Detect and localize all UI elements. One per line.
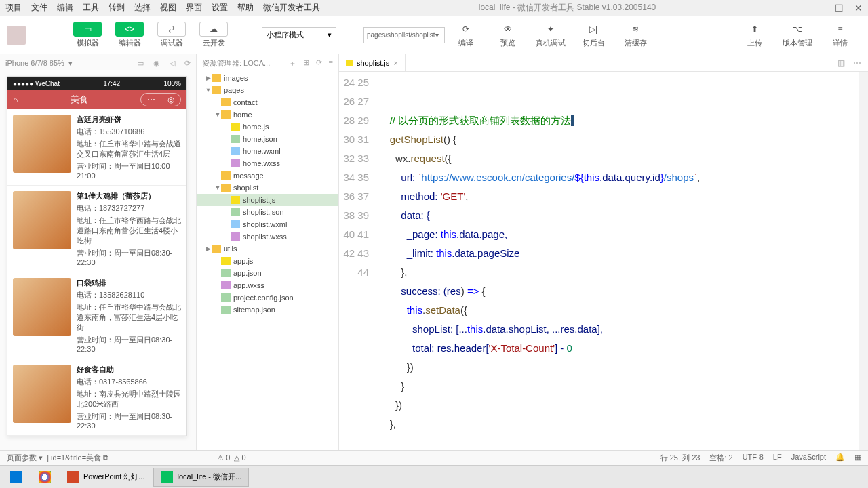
wechat-devtool-button[interactable]: local_life - 微信开... (153, 468, 249, 487)
eol-info[interactable]: LF (773, 453, 782, 463)
realdebug-button[interactable]: ✦真机调试 (529, 22, 572, 48)
version-button[interactable]: ⌥版本管理 (776, 22, 819, 48)
menu-项目[interactable]: 项目 (5, 2, 22, 14)
more-icon[interactable]: ⋯ (853, 58, 861, 68)
shop-image (13, 115, 71, 173)
device-label[interactable]: iPhone 6/7/8 85% (5, 59, 64, 67)
mode-select[interactable]: 小程序模式▾ (262, 27, 336, 43)
explorer-title: 资源管理器: LOCA... (202, 58, 270, 68)
upload-button[interactable]: ⬆上传 (734, 22, 776, 48)
error-count[interactable]: △ 0 (234, 453, 245, 462)
copy-icon[interactable]: ⧉ (103, 453, 108, 462)
tree-item-home.wxss[interactable]: home.wxss (197, 157, 338, 169)
menu-文件[interactable]: 文件 (31, 2, 47, 14)
code-editor[interactable]: 24 25 26 27 28 29 30 31 32 33 34 35 36 3… (339, 72, 868, 450)
tab-close-icon[interactable]: × (393, 59, 397, 67)
new-folder-icon[interactable]: ⊞ (303, 58, 309, 68)
notification-icon[interactable]: 🔔 (835, 453, 845, 463)
start-button[interactable] (3, 468, 30, 487)
home-icon[interactable]: ⌂ (13, 95, 18, 104)
menu-编辑[interactable]: 编辑 (57, 2, 73, 14)
avatar[interactable] (7, 26, 26, 45)
minimap[interactable] (859, 72, 868, 450)
tree-item-project.config.json[interactable]: project.config.json (197, 291, 338, 304)
line-gutter: 24 25 26 27 28 29 30 31 32 33 34 35 36 3… (339, 72, 378, 450)
compile-button[interactable]: ⟳编译 (445, 22, 487, 48)
menu-设置[interactable]: 设置 (212, 2, 228, 14)
warning-count[interactable]: ⚠ 0 (217, 453, 230, 462)
menu-选择[interactable]: 选择 (134, 2, 151, 14)
detail-button[interactable]: ≡详情 (819, 22, 861, 48)
shop-item[interactable]: 宫廷月亮虾饼电话：15530710686地址：任丘市裕华中路与会战道交叉口东南角… (7, 109, 186, 186)
new-file-icon[interactable]: ＋ (289, 58, 296, 68)
tree-item-pages[interactable]: ▼pages (197, 84, 338, 96)
language-info[interactable]: JavaScript (791, 453, 826, 463)
shop-item[interactable]: 第1佳大鸡排（蕾莎店）电话：18732727277地址：任丘市裕华西路与会战北道… (7, 186, 186, 272)
page-params-label[interactable]: 页面参数 (7, 453, 37, 463)
tree-item-shoplist.json[interactable]: shoplist.json (197, 206, 338, 218)
powerpoint-button[interactable]: PowerPoint 幻灯... (60, 468, 152, 487)
menu-工具[interactable]: 工具 (83, 2, 99, 14)
minimize-icon[interactable]: — (814, 3, 824, 14)
json-icon (221, 293, 231, 302)
split-icon[interactable]: ▥ (837, 58, 845, 68)
tree-item-shoplist.wxss[interactable]: shoplist.wxss (197, 230, 338, 243)
editor-button[interactable]: <>编辑器 (108, 22, 151, 48)
cloud-button[interactable]: ☁云开发 (193, 22, 235, 48)
mute-icon[interactable]: ◁ (170, 59, 175, 68)
shop-name: 宫廷月亮虾饼 (77, 115, 181, 125)
shop-hours: 营业时间：周一至周日08:30-22:30 (77, 248, 181, 266)
tree-item-sitemap.json[interactable]: sitemap.json (197, 304, 338, 316)
path-select[interactable]: pages/shoplist/shoplist▾ (363, 27, 445, 43)
indent-info[interactable]: 空格: 2 (709, 453, 732, 463)
layout-icon[interactable]: ▦ (854, 453, 861, 463)
chevron-down-icon: ▾ (328, 30, 332, 39)
shop-image (13, 191, 71, 249)
chrome-button[interactable] (31, 468, 58, 487)
tree-item-app.js[interactable]: app.js (197, 255, 338, 267)
tree-item-app.json[interactable]: app.json (197, 267, 338, 279)
menu-转到[interactable]: 转到 (108, 2, 125, 14)
tree-item-app.wxss[interactable]: app.wxss (197, 279, 338, 291)
tree-item-shoplist[interactable]: ▼shoplist (197, 182, 338, 194)
tab-shoplist-js[interactable]: shoplist.js × (339, 54, 406, 71)
menu-微信开发者工具[interactable]: 微信开发者工具 (263, 2, 320, 14)
menu-视图[interactable]: 视图 (160, 2, 176, 14)
phone-icon[interactable]: ▭ (137, 59, 144, 68)
close-icon[interactable]: ✕ (854, 3, 863, 14)
collapse-icon[interactable]: ≡ (329, 58, 333, 68)
tree-item-shoplist.js[interactable]: shoplist.js (197, 194, 338, 206)
js-file-icon (346, 60, 353, 66)
tree-item-shoplist.wxml[interactable]: shoplist.wxml (197, 218, 338, 230)
tree-item-home.json[interactable]: home.json (197, 133, 338, 145)
shop-address: 地址：南皮县光明中路烈士陵园北200米路西 (77, 389, 181, 409)
wxml-icon (231, 220, 240, 228)
shop-item[interactable]: 好食客自助电话：0317-8565866地址：南皮县光明中路烈士陵园北200米路… (7, 359, 186, 436)
shop-phone: 电话：0317-8565866 (77, 377, 181, 387)
rotate-icon[interactable]: ⟳ (184, 59, 191, 68)
record-icon[interactable]: ◉ (153, 59, 160, 68)
background-button[interactable]: ▷|切后台 (572, 22, 614, 48)
shop-item[interactable]: 口袋鸡排电话：13582628110地址：任丘市裕华中路与会战北道东南角，富莎汇… (7, 272, 186, 359)
debugger-button[interactable]: ⇄调试器 (151, 22, 193, 48)
encoding-info[interactable]: UTF-8 (743, 453, 764, 463)
tree-item-contact[interactable]: contact (197, 96, 338, 108)
code-content[interactable]: // 以分页的形式获取商铺列表数据的方法 getShopList() { wx.… (378, 72, 868, 450)
cursor-position[interactable]: 行 25, 列 23 (660, 453, 701, 463)
tree-item-images[interactable]: ▶images (197, 72, 338, 84)
tree-item-home.wxml[interactable]: home.wxml (197, 145, 338, 157)
phone-simulator: ●●●●● WeChat 17:42 100% ⌂ 美食 ⋯◎ 宫廷月亮虾饼电话… (7, 76, 187, 436)
clearcache-button[interactable]: ≋清缓存 (614, 22, 656, 48)
wxss-icon (231, 232, 240, 241)
capsule-button[interactable]: ⋯◎ (140, 93, 181, 106)
tree-item-home[interactable]: ▼home (197, 108, 338, 121)
tree-item-message[interactable]: message (197, 169, 338, 182)
menu-帮助[interactable]: 帮助 (237, 2, 254, 14)
menu-界面[interactable]: 界面 (186, 2, 202, 14)
maximize-icon[interactable]: ☐ (835, 3, 844, 14)
tree-item-utils[interactable]: ▶utils (197, 243, 338, 255)
preview-button[interactable]: 👁预览 (487, 22, 529, 48)
tree-item-home.js[interactable]: home.js (197, 121, 338, 133)
simulator-button[interactable]: ▭模拟器 (66, 22, 108, 48)
refresh-icon[interactable]: ⟳ (316, 58, 322, 68)
